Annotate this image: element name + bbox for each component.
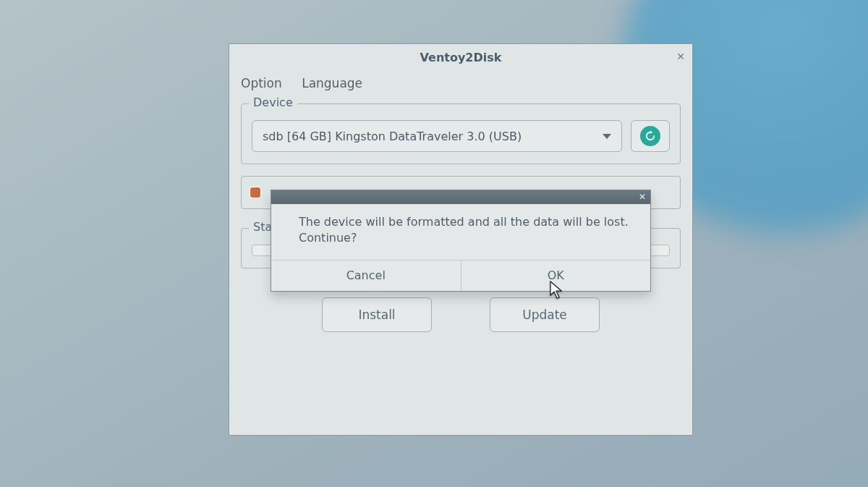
menu-option[interactable]: Option	[235, 73, 288, 93]
dialog-line2: Continue?	[299, 230, 634, 246]
dialog-cancel-button[interactable]: Cancel	[271, 261, 461, 291]
action-row: Install Update	[229, 297, 692, 332]
dialog-titlebar: ✕	[271, 190, 650, 204]
dialog-line1: The device will be formatted and all the…	[299, 214, 634, 230]
update-button[interactable]: Update	[490, 297, 600, 332]
format-confirm-dialog: ✕ The device will be formatted and all t…	[271, 190, 651, 292]
window-close-button[interactable]: ✕	[676, 51, 685, 62]
dialog-message: The device will be formatted and all the…	[271, 204, 650, 260]
titlebar: Ventoy2Disk ✕	[229, 44, 692, 70]
lock-icon	[250, 187, 260, 198]
device-refresh-button[interactable]	[631, 120, 670, 152]
dialog-actions: Cancel OK	[271, 260, 650, 291]
window-title: Ventoy2Disk	[420, 51, 502, 64]
install-button[interactable]: Install	[322, 297, 432, 332]
chevron-down-icon	[603, 134, 611, 139]
menubar: Option Language	[229, 70, 692, 99]
menu-language[interactable]: Language	[296, 73, 368, 93]
dialog-close-button[interactable]: ✕	[639, 192, 646, 202]
refresh-icon	[640, 126, 660, 146]
dialog-ok-button[interactable]: OK	[461, 261, 651, 291]
device-group: Device sdb [64 GB] Kingston DataTraveler…	[241, 103, 681, 164]
device-group-label: Device	[249, 96, 297, 109]
device-select[interactable]: sdb [64 GB] Kingston DataTraveler 3.0 (U…	[252, 120, 622, 152]
device-select-value: sdb [64 GB] Kingston DataTraveler 3.0 (U…	[263, 130, 522, 143]
